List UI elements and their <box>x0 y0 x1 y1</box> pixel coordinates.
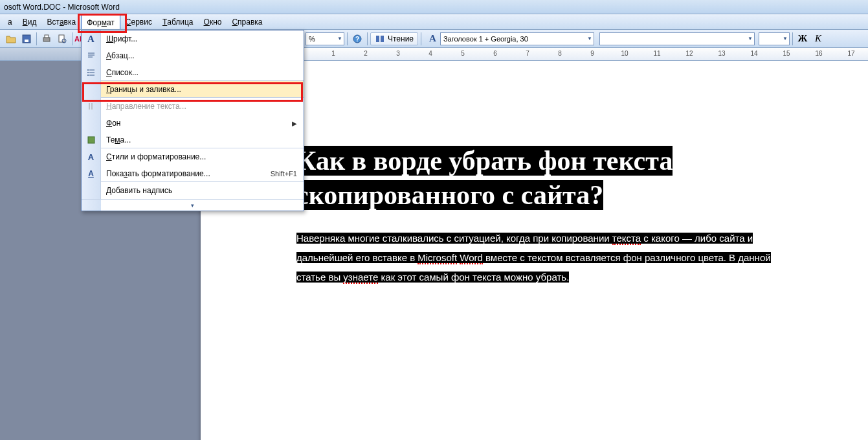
menu-item-шрифт-[interactable]: AШрифт... <box>82 30 304 47</box>
menu-item-label: Список... <box>101 68 304 77</box>
ruler-tick: 14 <box>750 50 757 57</box>
menu-item-абзац-[interactable]: Абзац... <box>82 47 304 64</box>
menu-справка[interactable]: Справка <box>227 15 267 29</box>
reveal-icon: A <box>82 165 101 182</box>
zoom-value: % <box>309 35 315 43</box>
menu-item-label: Стили и форматирование... <box>101 152 304 161</box>
menu-окно[interactable]: Окно <box>199 15 227 29</box>
menu-вставка[interactable]: Вставка <box>41 15 81 29</box>
separator <box>347 32 348 45</box>
menu-а[interactable]: а <box>3 15 17 29</box>
save-icon[interactable] <box>19 32 34 46</box>
help-icon[interactable]: ? <box>350 32 364 46</box>
menu-item-label: Тема... <box>101 135 304 145</box>
menu-item-label: Границы и заливка... <box>101 85 304 94</box>
ruler-tick: 16 <box>815 50 822 57</box>
document-content[interactable]: Как в ворде убрать фон текста скопирован… <box>296 144 860 287</box>
ruler-tick: 15 <box>783 50 790 57</box>
size-combo[interactable]: ▼ <box>759 32 790 45</box>
ruler-tick: 12 <box>685 50 693 57</box>
svg-point-9 <box>87 72 89 73</box>
menu-item-список-[interactable]: Список... <box>82 64 304 81</box>
separator <box>72 32 72 45</box>
A-icon: A <box>82 30 101 47</box>
ruler-tick: 3 <box>396 50 400 57</box>
ruler-tick: 17 <box>847 50 854 57</box>
style-icon: A <box>429 33 436 44</box>
italic-button[interactable]: К <box>811 32 825 46</box>
reading-label: Чтение <box>388 34 414 43</box>
window-title: osoft Word.DOC - Microsoft Word <box>4 3 120 12</box>
svg-rect-4 <box>59 35 64 42</box>
menu-item-стили-и-форматирование-[interactable]: AСтили и форматирование... <box>82 148 304 165</box>
menu-item-label: Показать форматирование... <box>101 169 271 178</box>
ruler-tick: 7 <box>526 50 529 57</box>
menu-item-label: Добавить надпись <box>101 186 304 195</box>
ruler-tick: 11 <box>653 50 660 57</box>
styleA-icon: A <box>82 148 101 165</box>
menu-item-границы-и-заливка-[interactable]: Границы и заливка... <box>82 81 304 98</box>
heading-text: Как в ворде убрать фон текста скопирован… <box>296 144 860 212</box>
ruler-tick: 4 <box>428 50 432 57</box>
menu-таблица[interactable]: Таблица <box>157 15 199 29</box>
menu-item-добавить-надпись[interactable]: Добавить надпись <box>82 182 304 199</box>
print-icon[interactable] <box>39 32 54 46</box>
svg-point-10 <box>87 75 89 76</box>
menu-формат[interactable]: Формат <box>81 15 120 29</box>
ruler-tick: 13 <box>718 50 725 57</box>
theme-icon <box>82 132 101 148</box>
menu-сервис[interactable]: Сервис <box>120 15 157 29</box>
menubar: аВидВставкаФорматСервисТаблицаОкноСправк… <box>0 14 868 30</box>
blank-icon <box>82 81 101 98</box>
title-bar: osoft Word.DOC - Microsoft Word <box>0 0 868 14</box>
separator <box>367 32 368 45</box>
para-icon <box>82 47 101 64</box>
blank-icon <box>82 182 101 199</box>
ruler-tick: 6 <box>493 50 497 57</box>
ruler-tick: 2 <box>364 50 368 57</box>
blank-icon <box>82 115 101 132</box>
separator <box>421 32 421 45</box>
paragraph-text: Наверняка многие сталкивались с ситуацие… <box>296 229 860 287</box>
reading-mode-button[interactable]: Чтение <box>370 32 418 45</box>
menu-вид[interactable]: Вид <box>17 15 42 29</box>
style-combo[interactable]: Заголовок 1 + Georgia, 30 ▼ <box>440 32 594 45</box>
style-combo-value: Заголовок 1 + Georgia, 30 <box>443 35 528 43</box>
menu-expand-icon[interactable]: ▾ <box>82 199 304 211</box>
svg-point-8 <box>87 69 89 71</box>
separator <box>792 32 793 45</box>
svg-rect-1 <box>25 40 28 42</box>
open-icon[interactable] <box>4 32 18 46</box>
font-combo[interactable]: ▼ <box>599 32 755 45</box>
ruler-tick: 10 <box>621 50 628 57</box>
menu-shortcut: Shift+F1 <box>271 170 304 178</box>
menu-item-фон[interactable]: Фон▶ <box>82 115 304 132</box>
svg-text:?: ? <box>355 36 359 43</box>
submenu-arrow-icon: ▶ <box>292 120 304 127</box>
list-icon <box>82 64 101 81</box>
menu-item-тема-[interactable]: Тема... <box>82 132 304 148</box>
menu-item-label: Шрифт... <box>101 34 304 43</box>
print-preview-icon[interactable] <box>55 32 69 46</box>
menu-item-label: Абзац... <box>101 51 304 60</box>
zoom-combo[interactable]: % ▼ <box>306 32 344 45</box>
menu-item-показать-форматирование-[interactable]: AПоказать форматирование...Shift+F1 <box>82 165 304 182</box>
svg-rect-11 <box>88 137 95 143</box>
svg-rect-3 <box>45 35 49 38</box>
menu-item-направление-текста-: Направление текста... <box>82 98 304 115</box>
menu-item-label: Фон <box>101 119 292 128</box>
format-menu-dropdown: AШрифт...Абзац...Список...Границы и зали… <box>81 30 304 211</box>
separator <box>36 32 37 45</box>
ruler-tick: 1 <box>331 50 335 57</box>
svg-rect-2 <box>43 38 50 41</box>
ruler-tick: 9 <box>590 50 594 57</box>
menu-item-label: Направление текста... <box>101 102 304 111</box>
ruler-tick: 5 <box>461 50 465 57</box>
bold-button[interactable]: Ж <box>796 32 810 46</box>
dir-icon <box>82 98 101 115</box>
ruler-tick: 8 <box>558 50 562 57</box>
